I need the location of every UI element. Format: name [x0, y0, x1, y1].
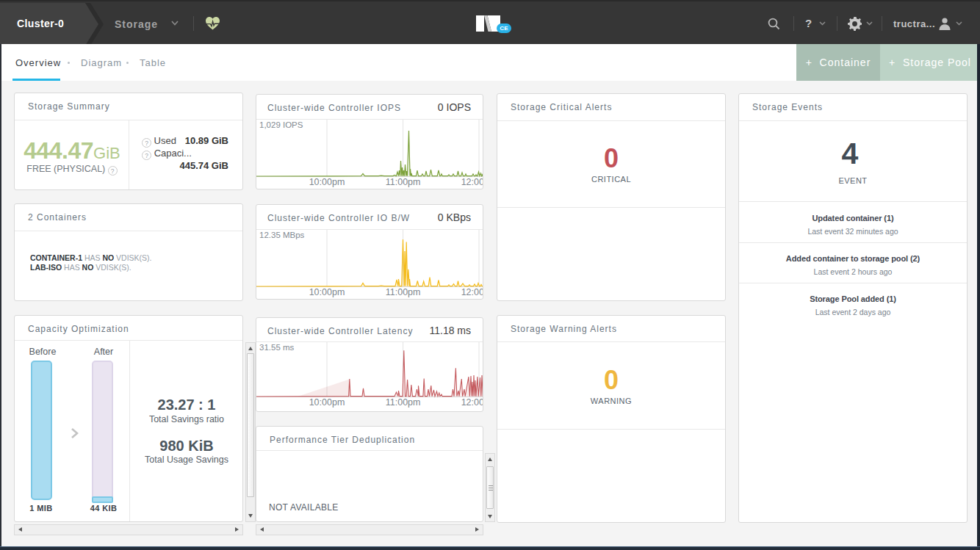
svg-text:12:00am: 12:00am: [461, 287, 483, 297]
svg-text:1,029 IOPS: 1,029 IOPS: [259, 120, 303, 129]
svg-text:31.55 ms: 31.55 ms: [259, 343, 295, 352]
svg-text:10:00pm: 10:00pm: [309, 177, 345, 187]
svg-text:11:00pm: 11:00pm: [386, 287, 421, 297]
svg-text:10:00pm: 10:00pm: [309, 397, 345, 408]
svg-text:10:00pm: 10:00pm: [309, 287, 345, 297]
svg-text:11:00pm: 11:00pm: [386, 397, 421, 408]
svg-text:11:00pm: 11:00pm: [386, 177, 421, 187]
svg-text:12:00am: 12:00am: [461, 397, 483, 408]
svg-text:12.35 MBps: 12.35 MBps: [259, 231, 305, 239]
svg-text:12:00am: 12:00am: [461, 177, 483, 187]
